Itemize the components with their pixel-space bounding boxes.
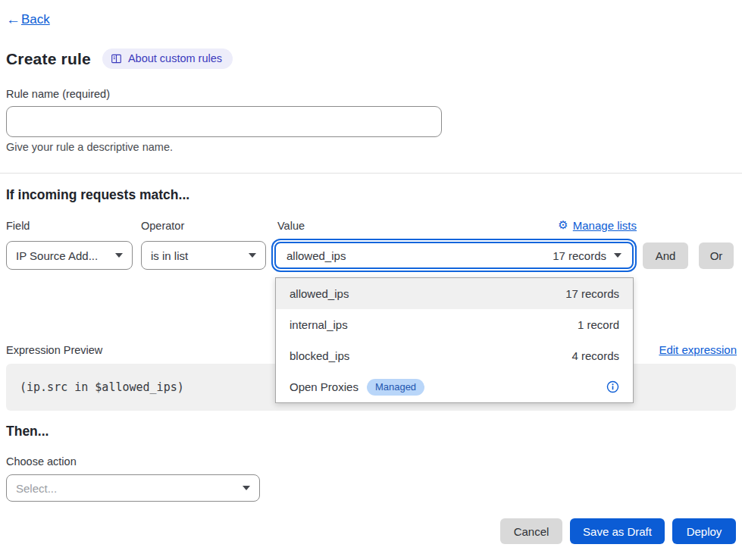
expression-code: (ip.src in $allowed_ips) [20,380,184,394]
list-item-name: internal_ips [290,318,348,331]
book-icon [111,53,122,64]
caret-down-icon [614,253,621,258]
list-item-allowed-ips[interactable]: allowed_ips 17 records [276,278,633,309]
page-title: Create rule [6,50,91,68]
section-divider [0,173,742,174]
list-item-name: blocked_ips [290,349,349,362]
field-select-value: IP Source Add... [16,249,98,262]
cancel-button[interactable]: Cancel [500,518,562,544]
or-button[interactable]: Or [699,242,734,269]
caret-down-icon [115,253,123,258]
list-item-name: allowed_ips [290,287,349,300]
caret-down-icon [243,486,250,490]
deploy-button[interactable]: Deploy [672,518,736,544]
operator-select-value: is in list [151,249,188,262]
operator-label: Operator [141,220,184,232]
manage-lists-label: Manage lists [573,219,637,232]
field-select[interactable]: IP Source Add... [6,241,133,270]
list-item-records: 17 records [565,287,619,300]
value-label: Value [277,220,305,232]
action-select-placeholder: Select... [16,482,57,495]
match-section-heading: If incoming requests match... [6,187,189,203]
about-custom-rules-badge[interactable]: About custom rules [102,48,233,69]
back-arrow-icon: ← [6,11,20,28]
rule-name-input[interactable] [6,106,442,137]
and-button[interactable]: And [643,242,688,269]
info-icon[interactable] [606,380,619,393]
managed-badge: Managed [367,379,424,396]
rule-name-helper-text: Give your rule a descriptive name. [6,141,173,153]
title-row: Create rule About custom rules [6,48,233,69]
caret-down-icon [249,253,256,258]
choose-action-label: Choose action [6,455,77,468]
back-link[interactable]: ← Back [6,11,50,28]
value-select-records: 17 records [553,249,606,262]
list-item-records: 4 records [571,349,619,362]
list-item-name: Open Proxies [290,380,358,393]
then-section-heading: Then... [6,424,49,440]
value-select-value: allowed_ips [286,249,346,262]
save-as-draft-button[interactable]: Save as Draft [570,518,665,544]
lists-dropdown-panel: allowed_ips 17 records internal_ips 1 re… [275,277,634,403]
create-rule-page: ← Back Create rule About custom rules Ru… [0,0,742,560]
about-badge-label: About custom rules [128,52,222,64]
action-select[interactable]: Select... [6,474,260,502]
rule-name-label: Rule name (required) [6,88,110,100]
list-item-open-proxies[interactable]: Open Proxies Managed [276,371,633,402]
edit-expression-link[interactable]: Edit expression [659,343,737,356]
list-item-records: 1 record [578,318,619,331]
gear-icon: ⚙ [558,218,568,232]
field-label: Field [6,220,30,232]
operator-select[interactable]: is in list [141,241,266,270]
list-item-internal-ips[interactable]: internal_ips 1 record [276,309,633,340]
back-label: Back [21,12,50,27]
list-item-blocked-ips[interactable]: blocked_ips 4 records [276,340,633,371]
expression-preview-label: Expression Preview [6,344,102,356]
manage-lists-link[interactable]: ⚙ Manage lists [558,218,637,232]
value-select[interactable]: allowed_ips 17 records [274,242,634,269]
